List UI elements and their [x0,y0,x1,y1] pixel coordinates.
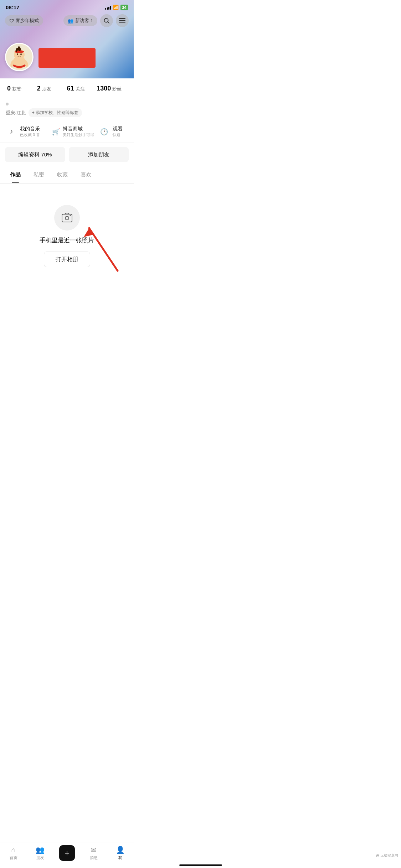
svg-rect-4 [119,22,125,23]
following-count: 61 [67,85,74,92]
svg-line-1 [108,22,109,24]
music-title: 我的音乐 [20,126,40,132]
youth-mode-label: 青少年模式 [16,17,39,24]
quick-link-shop[interactable]: 🛒 抖音商城 美好生活触手可得 [46,124,93,140]
profile-section [5,43,96,71]
likes-stat[interactable]: 0 获赞 [7,85,37,92]
tab-private[interactable]: 私密 [27,166,51,183]
edit-profile-label: 编辑资料 70% [18,151,52,158]
svg-point-0 [104,19,108,22]
svg-point-10 [17,53,18,55]
empty-state: 手机里最近一张照片 打开相册 [0,184,134,281]
open-album-label: 打开相册 [56,256,78,263]
open-album-button[interactable]: 打开相册 [44,252,90,267]
nav-right: 👥 新访客 1 [63,14,129,27]
visitor-label: 新访客 1 [75,17,93,24]
battery-icon: 34 [120,5,128,10]
svg-point-11 [20,53,22,55]
clock-icon: 🕐 [98,126,110,138]
tab-works[interactable]: 作品 [4,166,27,183]
add-friend-button[interactable]: 添加朋友 [69,147,129,162]
empty-state-text: 手机里最近一张照片 [40,236,94,244]
photo-icon-wrapper [54,205,80,231]
fans-stat[interactable]: 1300 粉丝 [97,85,127,92]
svg-rect-2 [119,18,125,19]
svg-point-15 [65,216,69,220]
following-stat[interactable]: 61 关注 [67,85,97,92]
following-label: 关注 [76,86,85,92]
tabs-section: 作品 私密 收藏 喜欢 [0,166,134,184]
shield-icon: 🛡 [9,18,14,24]
watch-title: 观看 [113,126,123,132]
edit-profile-button[interactable]: 编辑资料 70% [5,147,65,162]
avatar[interactable] [5,43,34,71]
signal-bars [105,5,111,10]
user-name-redacted [38,48,96,68]
watch-sub: 快速 [113,132,123,138]
music-icon: ♪ [6,126,17,138]
search-icon [103,17,110,24]
action-buttons: 编辑资料 70% 添加朋友 [0,143,134,166]
fans-label: 粉丝 [112,86,122,92]
add-tag-button[interactable]: + 添加学校、性别等标签 [29,108,82,117]
quick-links: ♪ 我的音乐 已收藏 0 首 🛒 抖音商城 美好生活触手可得 🕐 观看 快速 [0,119,134,143]
status-bar: 08:17 📶 34 [0,0,134,13]
svg-rect-3 [119,20,125,21]
status-icons: 📶 34 [105,5,128,10]
likes-label: 获赞 [12,86,21,92]
menu-button[interactable] [116,14,129,27]
menu-icon [119,18,125,23]
visitor-button[interactable]: 👥 新访客 1 [63,15,97,26]
avatar-image [6,44,32,70]
stats-section: 0 获赞 2 朋友 61 关注 1300 粉丝 [0,78,134,99]
quick-link-music[interactable]: ♪ 我的音乐 已收藏 0 首 [0,124,46,140]
shop-sub: 美好生活触手可得 [63,132,94,138]
top-nav: 🛡 青少年模式 👥 新访客 1 [0,14,134,27]
likes-count: 0 [7,85,11,92]
bio-dot [6,103,9,105]
visitor-icon: 👥 [68,18,73,24]
youth-mode-button[interactable]: 🛡 青少年模式 [5,15,43,26]
search-button[interactable] [100,14,113,27]
music-sub: 已收藏 0 首 [20,132,40,138]
fans-count: 1300 [97,85,111,92]
tab-likes[interactable]: 喜欢 [74,166,98,183]
header-banner: 08:17 📶 34 🛡 青少年模式 👥 新访 [0,0,134,78]
shop-title: 抖音商城 [63,126,94,132]
add-friend-label: 添加朋友 [88,151,109,158]
friends-count: 2 [37,85,41,92]
status-time: 08:17 [6,4,19,10]
quick-link-watch[interactable]: 🕐 观看 快速 [93,124,134,140]
location-tags: 重庆·江北 + 添加学校、性别等标签 [6,108,128,117]
bio-section: 重庆·江北 + 添加学校、性别等标签 [0,99,134,119]
svg-point-16 [70,215,71,216]
tab-favorites[interactable]: 收藏 [51,166,74,183]
add-tag-label: + 添加学校、性别等标签 [32,110,78,116]
shop-icon: 🛒 [52,126,60,138]
location-label: 重庆·江北 [6,110,26,116]
wifi-icon: 📶 [113,5,119,10]
friends-label: 朋友 [42,86,51,92]
photo-icon [61,212,73,223]
friends-stat[interactable]: 2 朋友 [37,85,67,92]
